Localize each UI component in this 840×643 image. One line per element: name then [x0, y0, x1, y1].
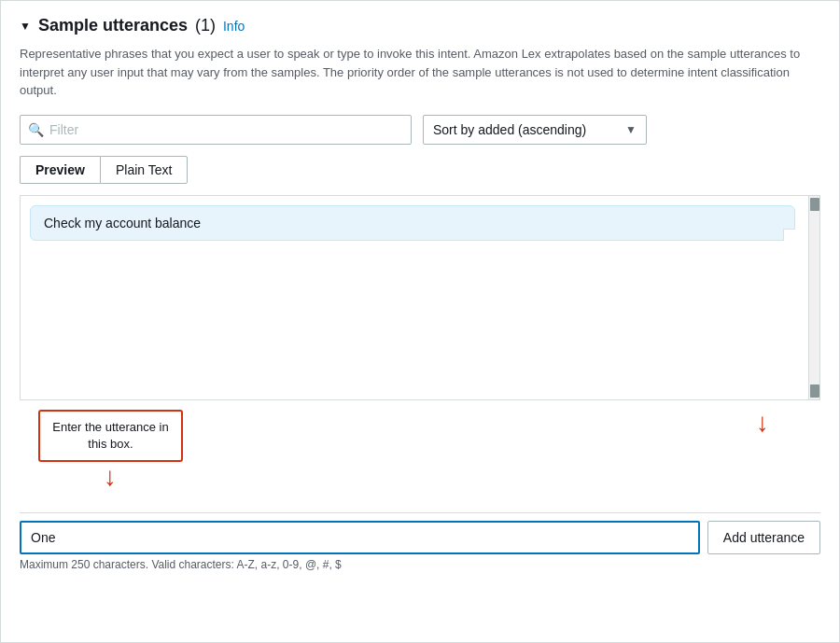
sort-select[interactable]: Sort by added (ascending) ▼ — [423, 115, 647, 145]
annotation-box: Enter the utterance in this box. — [38, 410, 183, 462]
utterance-text: Check my account balance — [44, 216, 201, 231]
utterances-area: Check my account balance — [20, 195, 820, 400]
filter-input-wrap: 🔍 — [20, 115, 412, 145]
utterance-input[interactable] — [20, 521, 700, 554]
filter-input[interactable] — [49, 122, 403, 137]
utterances-list: Check my account balance — [21, 196, 808, 399]
section-count: (1) — [195, 16, 216, 35]
section-description: Representative phrases that you expect a… — [20, 45, 820, 100]
search-icon: 🔍 — [28, 122, 44, 137]
utterance-item: Check my account balance — [30, 205, 795, 241]
info-link[interactable]: Info — [223, 19, 245, 34]
tab-preview[interactable]: Preview — [20, 156, 100, 184]
tab-row: Preview Plain Text — [20, 156, 820, 184]
bottom-input-row: Add utterance — [20, 512, 820, 558]
annotation-text: Enter the utterance in this box. — [52, 420, 168, 451]
sort-label: Sort by added (ascending) — [433, 122, 586, 137]
add-utterance-button[interactable]: Add utterance — [707, 521, 820, 554]
scroll-thumb-up[interactable] — [810, 198, 819, 211]
section-title: Sample utterances — [38, 16, 188, 35]
annotation-area: Enter the utterance in this box. ↓ ↓ — [20, 400, 820, 512]
arrow-down-left-icon: ↓ — [104, 464, 117, 490]
collapse-icon[interactable]: ▼ — [20, 20, 31, 33]
filter-sort-row: 🔍 Sort by added (ascending) ▼ — [20, 115, 820, 145]
char-limit-note: Maximum 250 characters. Valid characters… — [20, 558, 820, 577]
arrow-down-right-icon: ↓ — [756, 410, 769, 436]
section-header: ▼ Sample utterances (1) Info — [20, 16, 820, 35]
scroll-thumb-down[interactable] — [810, 384, 819, 398]
scroll-track[interactable] — [808, 196, 819, 399]
chevron-down-icon: ▼ — [625, 123, 637, 136]
tab-plain-text[interactable]: Plain Text — [100, 156, 188, 184]
main-container: ▼ Sample utterances (1) Info Representat… — [0, 0, 840, 643]
